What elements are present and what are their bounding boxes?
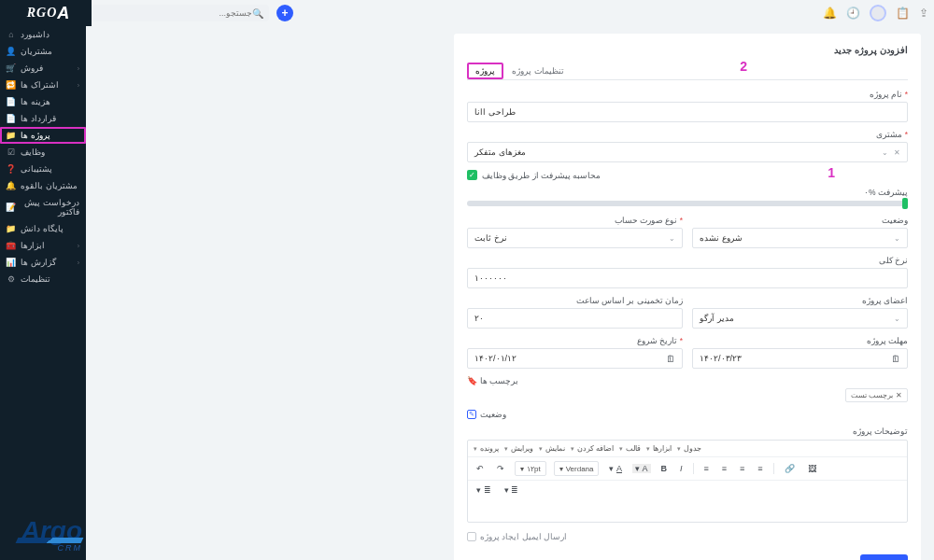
tab-1[interactable]: تنظیمات پروژه xyxy=(503,63,573,79)
bullet-list-button[interactable]: ≣ ▾ xyxy=(474,484,494,496)
clipboard-icon[interactable]: 📋 xyxy=(896,7,910,20)
bold-button[interactable]: B xyxy=(658,463,671,474)
deadline-label: مهلت پروژه xyxy=(692,336,908,345)
sidebar-item-5[interactable]: 📄قرارداد ها xyxy=(0,110,86,127)
sidebar-item-2[interactable]: 🛒فروش‹ xyxy=(0,60,86,77)
search-input[interactable] xyxy=(97,8,252,18)
nav-label: تنظیمات xyxy=(21,274,50,284)
align-right-button[interactable]: ≡ xyxy=(701,463,712,474)
total-rate-input[interactable]: ۱۰۰۰۰۰۰ xyxy=(467,268,908,288)
editor-menu-4[interactable]: قالب xyxy=(619,444,641,453)
tag-icon: 🔖 xyxy=(467,376,477,385)
editor-body[interactable] xyxy=(468,499,907,522)
editor-menu-1[interactable]: ویرایش xyxy=(504,444,533,453)
sidebar-item-7[interactable]: ☑وظایف xyxy=(0,144,86,161)
nav-label: پایگاه دانش xyxy=(21,224,64,233)
sidebar-item-11[interactable]: 📁پایگاه دانش xyxy=(0,220,86,237)
editor-menu-2[interactable]: نمایش xyxy=(539,444,565,453)
clear-icon[interactable]: ✕ xyxy=(894,148,900,157)
search-input-wrap[interactable]: 🔍 xyxy=(92,5,269,21)
tag-chip[interactable]: برچسب تست✕ xyxy=(845,388,908,402)
deadline-input[interactable]: ۱۴۰۲/۰۳/۲۳ 🗓 xyxy=(692,348,908,369)
avatar[interactable] xyxy=(870,5,886,21)
sidebar-item-4[interactable]: 📄هزینه ها xyxy=(0,93,86,110)
bell-icon[interactable]: 🔔 xyxy=(823,7,837,20)
chevron-down-icon: ⌄ xyxy=(894,315,900,323)
members-select[interactable]: مدیر آرگو ⌄ xyxy=(692,308,908,329)
nav-icon: 🔔 xyxy=(7,181,16,190)
editor-menu-5[interactable]: ابزارها xyxy=(646,444,672,453)
sidebar-item-9[interactable]: 🔔مشتریان بالقوه xyxy=(0,177,86,194)
undo-button[interactable]: ↶ xyxy=(474,463,487,474)
progress-slider[interactable] xyxy=(467,201,908,206)
link-button[interactable]: 🔗 xyxy=(782,463,798,474)
project-name-label: * نام پروژه xyxy=(467,90,908,99)
share-icon[interactable]: ⇪ xyxy=(919,7,928,20)
chevron-down-icon: ⌄ xyxy=(894,234,900,243)
nav-label: مشتریان بالقوه xyxy=(21,181,78,190)
billing-type-select[interactable]: نرخ ثابت ⌄ xyxy=(467,228,683,248)
nav-label: گزارش ها xyxy=(21,258,56,267)
search-icon: 🔍 xyxy=(252,8,263,19)
editor-menu-3[interactable]: اضافه کردن xyxy=(571,444,614,453)
checkmark-icon: ✓ xyxy=(467,170,477,180)
page-title: افزودن پروژه جدید xyxy=(467,45,908,55)
estimated-hours-input[interactable]: ۲۰ xyxy=(467,308,683,329)
members-label: اعضای پروژه xyxy=(692,296,908,305)
customer-select[interactable]: مغزهای متفکر ✕⌄ xyxy=(467,142,908,162)
sidebar-item-1[interactable]: 👤مشتریان xyxy=(0,43,86,60)
sidebar-item-3[interactable]: 🔁اشتراک ها‹ xyxy=(0,77,86,93)
nav-icon: ⚙ xyxy=(7,274,16,284)
save-button[interactable]: ذخیره xyxy=(860,554,908,560)
sidebar-item-6[interactable]: 📁پروژه ها xyxy=(0,127,86,144)
nav-label: پشتیبانی xyxy=(21,164,52,174)
edit-icon: ✎ xyxy=(467,410,476,419)
nav-label: ابزارها xyxy=(21,241,45,250)
italic-button[interactable]: I xyxy=(677,463,686,474)
sidebar-item-14[interactable]: ⚙تنظیمات xyxy=(0,271,86,287)
brand-logo: AARGORGO xyxy=(6,0,92,26)
nav-label: داشبورد xyxy=(21,30,50,39)
nav-icon: ⌂ xyxy=(7,30,16,39)
nav-icon: 📝 xyxy=(7,203,16,212)
image-button[interactable]: 🖼 xyxy=(805,463,819,474)
nav-label: وظایف xyxy=(21,147,45,157)
nav-label: هزینه ها xyxy=(21,97,50,106)
tags-label: 🔖برچسب ها xyxy=(467,376,908,385)
redo-button[interactable]: ↷ xyxy=(494,463,507,474)
font-size-select[interactable]: ۱۲pt ▾ xyxy=(515,461,546,476)
sidebar-item-13[interactable]: 📊گزارش ها‹ xyxy=(0,254,86,271)
sidebar-item-0[interactable]: ⌂داشبورد xyxy=(0,26,86,43)
bg-color-button[interactable]: A ▾ xyxy=(632,464,651,473)
start-date-label: * تاریخ شروع xyxy=(467,336,683,345)
numbered-list-button[interactable]: ≣ ▾ xyxy=(502,484,522,496)
visibility-checkbox[interactable]: ✎ وضعیت xyxy=(467,410,908,419)
start-date-input[interactable]: ۱۴۰۲/۰۱/۱۲ 🗓 xyxy=(467,348,683,369)
add-button[interactable]: + xyxy=(276,5,293,21)
align-justify-button[interactable]: ≡ xyxy=(755,463,765,474)
editor-menu-6[interactable]: جدول xyxy=(677,444,701,453)
project-name-input[interactable]: طراحی اانا xyxy=(467,102,908,122)
calendar-icon: 🗓 xyxy=(666,354,675,364)
tabs: پروژهتنظیمات پروژه xyxy=(467,63,908,80)
font-family-select[interactable]: Verdana ▾ xyxy=(554,461,600,476)
chevron-left-icon: ‹ xyxy=(78,243,79,249)
send-email-checkbox[interactable]: ارسال ایمیل ایجاد پروژه xyxy=(467,532,908,541)
chevron-left-icon: ‹ xyxy=(78,82,79,89)
editor-menu-0[interactable]: پرونده xyxy=(474,444,499,453)
close-icon[interactable]: ✕ xyxy=(896,391,902,399)
tab-0[interactable]: پروژه xyxy=(467,63,503,79)
sidebar-item-8[interactable]: ❓پشتیبانی xyxy=(0,161,86,177)
status-select[interactable]: شروع نشده ⌄ xyxy=(692,228,908,248)
billing-type-label: * نوع صورت حساب xyxy=(467,216,683,225)
sidebar-item-12[interactable]: 🧰ابزارها‹ xyxy=(0,237,86,254)
customer-label: * مشتری xyxy=(467,130,908,139)
sidebar-item-10[interactable]: 📝درخواست پیش فاکتور xyxy=(0,194,86,220)
nav-icon: 📄 xyxy=(7,114,16,123)
align-center-button[interactable]: ≡ xyxy=(719,463,729,474)
nav-label: مشتریان xyxy=(21,47,52,56)
align-left-button[interactable]: ≡ xyxy=(737,463,747,474)
auto-progress-checkbox[interactable]: ✓ محاسبه پیشرفت از طریق وظایف xyxy=(467,170,908,180)
clock-icon[interactable]: 🕘 xyxy=(846,7,860,20)
text-color-button[interactable]: A ▾ xyxy=(606,463,625,474)
